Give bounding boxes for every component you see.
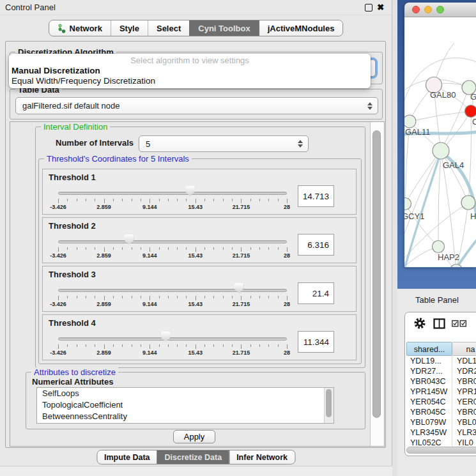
tab-impute-data[interactable]: Impute Data xyxy=(97,450,157,464)
slider-tick xyxy=(287,296,288,300)
threshold-value[interactable]: 11.344 xyxy=(298,331,334,353)
table-row[interactable]: YBR045CYBR0 xyxy=(406,407,476,417)
dropdown-option-equal-width-frequency[interactable]: Equal Width/Frequency Discretization xyxy=(9,76,371,86)
network-node-gal11[interactable] xyxy=(404,115,416,128)
network-node-gal4[interactable] xyxy=(433,142,449,159)
tab-cyni-toolbox[interactable]: Cyni Toolbox xyxy=(189,20,258,36)
apply-button[interactable]: Apply xyxy=(173,430,215,443)
list-scrollbar-thumb[interactable] xyxy=(326,389,332,417)
table-row[interactable]: YDR27...YDR2 xyxy=(406,366,476,376)
gear-icon[interactable] xyxy=(414,318,426,329)
cell-name[interactable]: YBR0 xyxy=(452,376,476,387)
slider-tick-label: 21.715 xyxy=(227,252,255,259)
slider-tick xyxy=(141,247,141,250)
slider-tick xyxy=(150,247,150,252)
tab-select[interactable]: Select xyxy=(148,20,189,36)
minimize-traffic-icon[interactable] xyxy=(424,6,432,13)
threshold-value[interactable]: 21.4 xyxy=(298,282,334,304)
network-node-gcy1[interactable] xyxy=(404,198,411,210)
network-node-label: C xyxy=(472,117,476,127)
close-icon[interactable]: ✖ xyxy=(377,2,384,12)
threshold-value[interactable]: 6.316 xyxy=(298,234,334,256)
slider-tick-label: -3.426 xyxy=(44,204,72,210)
cell-shared-name[interactable]: YDR27... xyxy=(406,366,452,376)
network-node-hap2[interactable] xyxy=(433,241,445,253)
cell-name[interactable]: YBL0 xyxy=(452,417,476,427)
table-row[interactable]: YBL079WYBL0 xyxy=(406,417,476,427)
slider-tick xyxy=(213,344,214,347)
tab-jactivemnodules[interactable]: jActiveMNodules xyxy=(259,20,343,36)
cell-shared-name[interactable]: YBR045C xyxy=(406,407,452,417)
cell-name[interactable]: YDL1 xyxy=(452,356,476,366)
zoom-traffic-icon[interactable] xyxy=(436,6,444,13)
tab-infer-network[interactable]: Infer Network xyxy=(229,450,295,464)
cell-name[interactable]: YLR3 xyxy=(452,427,476,438)
threshold-value[interactable]: 14.713 xyxy=(298,185,334,207)
screen: Control Panel ✖ NetworkStyleSelectCyni T… xyxy=(0,0,476,476)
slider-tick xyxy=(77,247,77,250)
network-canvas[interactable]: GAL80GACGAL11GAL4GCY1HHAP2 xyxy=(404,17,476,267)
slider-tick xyxy=(232,296,233,298)
slider-tick xyxy=(95,247,95,250)
panel-splitter[interactable] xyxy=(392,0,397,476)
network-node-c[interactable] xyxy=(465,105,476,118)
slider-tick xyxy=(122,247,123,250)
cell-shared-name[interactable]: YER054C xyxy=(406,397,452,407)
cell-name[interactable]: YPR1 xyxy=(452,387,476,397)
slider-tick-label: 28 xyxy=(273,204,301,210)
num-intervals-select[interactable]: 5 xyxy=(139,135,309,152)
table-row[interactable]: YBR043CYBR0 xyxy=(406,376,476,387)
slider-tick xyxy=(113,199,114,201)
network-node-h[interactable] xyxy=(461,196,475,210)
dropdown-option-manual-discretization[interactable]: Manual Discretization xyxy=(9,66,371,76)
slider-tick xyxy=(241,296,242,300)
float-icon[interactable] xyxy=(365,4,372,12)
dropdown-placeholder: Select algorithm to view settings xyxy=(9,56,371,66)
network-node-label: GCY1 xyxy=(404,211,424,221)
network-node[interactable] xyxy=(450,265,463,268)
table-row[interactable]: YPR145WYPR1 xyxy=(406,387,476,397)
attribute-item-betweennesscentrality[interactable]: BetweennessCentrality xyxy=(37,411,334,422)
network-window[interactable]: GAL80GACGAL11GAL4GCY1HHAP2 xyxy=(404,3,476,268)
cell-shared-name[interactable]: YLR345W xyxy=(406,427,452,438)
horizontal-scrollbar[interactable] xyxy=(406,447,476,454)
list-scrollbar[interactable] xyxy=(324,388,334,423)
tab-label: Select xyxy=(157,24,181,33)
tab-network[interactable]: Network xyxy=(49,20,111,36)
slider-tick-label: 2.859 xyxy=(90,349,118,356)
cell-shared-name[interactable]: YBR043C xyxy=(406,376,452,387)
table-data-select[interactable]: galFiltered.sif default node xyxy=(15,97,378,114)
attribute-item-topologicalcoefficient[interactable]: TopologicalCoefficient xyxy=(37,399,334,411)
select-columns-icon[interactable] xyxy=(452,320,467,327)
slider-tick xyxy=(113,344,114,347)
vertical-scrollbar[interactable] xyxy=(370,122,384,446)
slider-tick xyxy=(95,296,95,298)
cell-shared-name[interactable]: YDL19... xyxy=(406,356,452,366)
close-traffic-icon[interactable] xyxy=(412,6,420,13)
column-header-shared-name[interactable]: shared... xyxy=(406,342,452,356)
slider-tick xyxy=(268,344,269,347)
slider-tick xyxy=(141,199,141,201)
panel-title: Control Panel xyxy=(5,3,56,12)
slider-tick-label: 15.43 xyxy=(181,301,210,307)
tab-style[interactable]: Style xyxy=(111,20,148,36)
slider-tick xyxy=(186,296,187,298)
table-row[interactable]: YDL19...YDL1 xyxy=(406,356,476,366)
cell-name[interactable]: YBR0 xyxy=(452,407,476,417)
tab-discretize-data[interactable]: Discretize Data xyxy=(157,450,229,464)
slider-tick-label: -3.426 xyxy=(44,252,72,259)
table-row[interactable]: YER054CYER0 xyxy=(406,397,476,407)
attribute-item-selfloops[interactable]: SelfLoops xyxy=(37,388,334,399)
tab-label: jActiveMNodules xyxy=(268,24,335,33)
slider-tick xyxy=(177,296,178,298)
cell-name[interactable]: YER0 xyxy=(452,397,476,407)
vertical-scrollbar-thumb[interactable] xyxy=(372,130,381,418)
table-row[interactable]: YLR345WYLR3 xyxy=(406,427,476,438)
slider-tick xyxy=(223,199,224,201)
network-edge xyxy=(438,151,441,247)
cell-shared-name[interactable]: YBL079W xyxy=(406,417,452,427)
column-header-name[interactable]: na xyxy=(452,342,476,356)
split-columns-icon[interactable] xyxy=(433,318,445,329)
cell-shared-name[interactable]: YPR145W xyxy=(406,387,452,397)
cell-name[interactable]: YDR2 xyxy=(452,366,476,376)
